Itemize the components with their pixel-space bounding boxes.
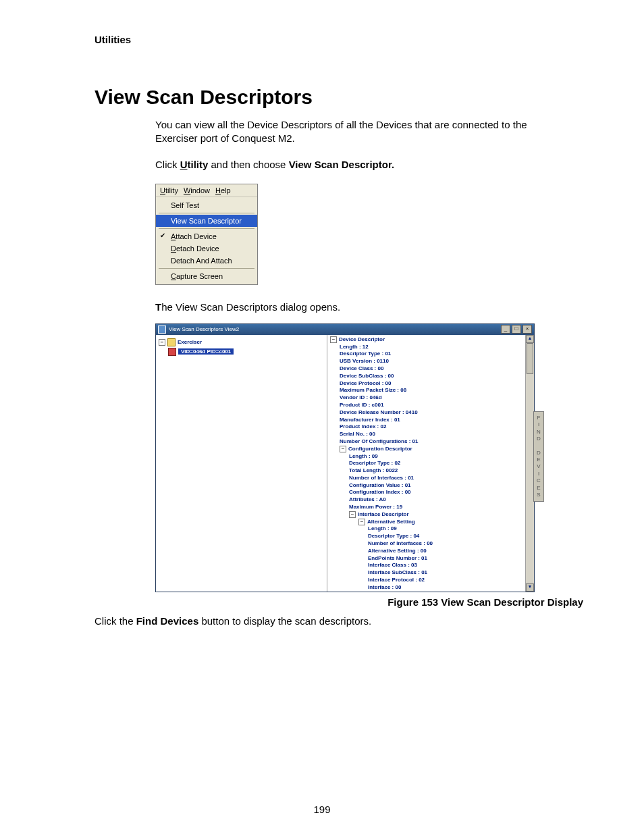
hotkey: H [215,186,221,194]
list-item: Number of Interfaces : 00 [330,540,531,548]
collapse-icon[interactable]: − [159,339,165,346]
running-header: Utilities [95,34,583,45]
utility-menu-screenshot: Utility Window Help Self Test View Scan … [155,184,258,285]
list-item: Serial No. : 00 [330,431,531,438]
list-item[interactable]: −Configuration Descriptor [330,446,531,453]
label: ttach Device [176,232,217,240]
list-item: Interface : 00 [330,584,531,592]
list-item: Descriptor Type : 02 [330,460,531,467]
page-number: 199 [0,804,644,815]
text: and then choose [208,159,288,170]
instruction-para: Click Utility and then choose View Scan … [155,158,560,172]
window-title: View Scan Descriptors View2 [169,326,239,332]
list-item[interactable]: −Device Descriptor [330,336,531,344]
hotkey: C [171,272,176,280]
label: apture Screen [176,272,223,280]
app-icon [158,325,166,334]
device-icon [168,348,176,356]
figure-caption: Figure 153 View Scan Descriptor Display [155,596,583,608]
find-devices-tab[interactable]: FINDDEVICES [533,411,544,502]
list-item: Vendor ID : 046d [330,394,531,402]
descriptor-list: −Device Descriptor Length : 12 Descripto… [330,336,531,592]
list-item: Device Release Number : 0410 [330,409,531,417]
text: Click [155,159,180,170]
text: button to display the scan descriptors. [198,615,371,627]
list-item: Maximum Packet Size : 08 [330,387,531,394]
minimize-button[interactable]: _ [501,325,510,334]
list-item: Product Index : 02 [330,423,531,431]
scroll-thumb[interactable] [527,343,533,374]
list-item: Number of Interfaces : 01 [330,475,531,482]
hotkey: U [160,186,165,194]
button-name: Find Devices [136,615,199,627]
tree-child-label: VID=046d PID=c001 [178,348,234,355]
separator [159,228,254,229]
menu-item-self-test[interactable]: Self Test [156,199,257,211]
menu-item-capture-screen[interactable]: Capture Screen [156,270,257,282]
list-item: Descriptor Type : 04 [330,533,531,540]
list-item: Product ID : c001 [330,402,531,409]
list-item: Number Of Configurations : 01 [330,438,531,446]
list-item: Device Protocol : 00 [330,380,531,388]
descriptor-detail-panel: −Device Descriptor Length : 12 Descripto… [327,335,534,592]
list-item: Maximum Power : 19 [330,504,531,511]
menu-dropdown: Self Test View Scan Descriptor Attach De… [156,197,257,284]
view-scan-descriptors-window: View Scan Descriptors View2 _ □ × − Exer… [155,323,535,592]
label: indow [190,186,210,194]
menu-help[interactable]: Help [215,186,231,194]
list-item: EndPoints Number : 01 [330,555,531,563]
list-item: USB Version : 0110 [330,358,531,365]
drop-cap: T [155,301,161,313]
page-title: View Scan Descriptors [95,86,583,109]
list-item: Device Class : 00 [330,365,531,373]
menubar: Utility Window Help [156,184,257,197]
menu-window[interactable]: Window [184,186,210,194]
separator [159,268,254,269]
find-devices-label: FINDDEVICES [534,415,543,499]
label: tility [165,186,178,194]
list-item: Manufacturer Index : 01 [330,417,531,424]
scroll-up-button[interactable]: ▲ [526,335,534,343]
tree-child[interactable]: VID=046d PID=c001 [168,347,324,357]
folder-icon [167,338,176,346]
collapse-icon[interactable]: − [340,446,346,452]
maximize-button[interactable]: □ [512,325,521,334]
menu-item-attach-device[interactable]: Attach Device [156,230,257,242]
hotkey-u: U [180,159,188,170]
list-item: Attributes : A0 [330,496,531,504]
menu-name: View Scan Descriptor. [289,159,394,170]
caption-dialog-opens: The View Scan Descriptors dialog opens. [155,301,583,313]
list-item: Interface Class : 03 [330,562,531,569]
label: elp [221,186,231,194]
list-item: Interface Protocol : 02 [330,577,531,584]
menu-item-view-scan-descriptor[interactable]: View Scan Descriptor [156,215,257,227]
list-item[interactable]: −Alternative Setting [330,519,531,526]
list-item: Configuration Value : 01 [330,482,531,490]
list-item[interactable]: −Interface Descriptor [330,511,531,519]
list-item: Interface SubClass : 01 [330,569,531,577]
separator [159,213,254,213]
close-button[interactable]: × [522,325,532,334]
tree-root[interactable]: − Exerciser [159,338,324,347]
list-item: Alternative Setting : 00 [330,548,531,555]
menu-item-detach-device[interactable]: Detach Device [156,242,257,255]
list-item: Length : 09 [330,525,531,533]
text: tility [188,159,209,170]
list-item: Length : 12 [330,344,531,351]
list-item: Length : 09 [330,453,531,461]
hotkey: W [184,186,190,194]
collapse-icon[interactable]: − [358,519,365,525]
menu-item-detach-and-attach[interactable]: Detach And Attach [156,255,257,267]
collapse-icon[interactable]: − [330,336,337,343]
list-item: Descriptor Type : 01 [330,350,531,358]
menu-utility[interactable]: Utility [160,186,178,194]
collapse-icon[interactable]: − [349,511,356,518]
window-titlebar[interactable]: View Scan Descriptors View2 _ □ × [156,324,534,335]
list-item: Total Length : 0022 [330,467,531,475]
tree-root-label: Exerciser [178,339,202,345]
label: etach Device [176,244,219,253]
scroll-down-button[interactable]: ▼ [526,583,534,592]
text: he View Scan Descriptors dialog opens. [161,301,340,313]
device-tree[interactable]: − Exerciser VID=046d PID=c001 [156,335,327,592]
text: Click the [95,615,136,627]
